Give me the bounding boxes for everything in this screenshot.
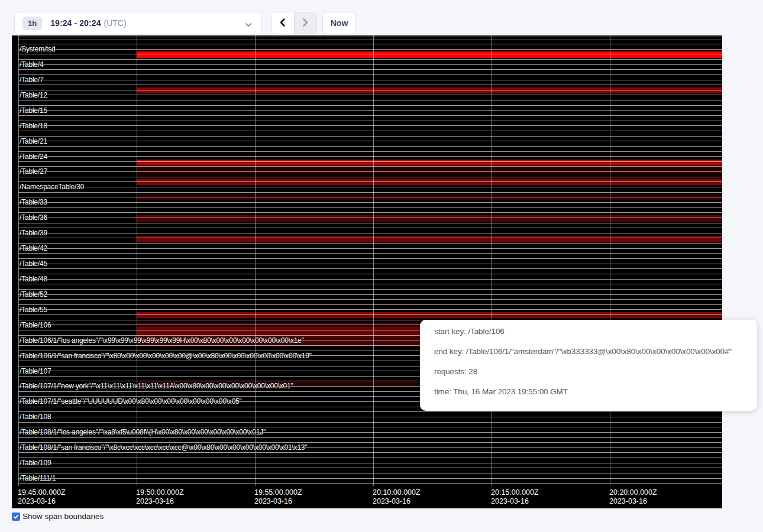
span-boundary-line (18, 192, 722, 193)
chevron-right-icon (301, 18, 309, 29)
span-boundary-line (18, 207, 722, 208)
span-boundary-line (18, 212, 722, 213)
span-boundary-line (18, 314, 722, 315)
range-duration-badge: 1h (22, 17, 42, 30)
heat-band[interactable] (137, 87, 722, 93)
span-boundary-line (18, 223, 722, 223)
tooltip-line: time: Thu, 16 Mar 2023 19:55:00 GMT (434, 388, 757, 396)
span-boundary-line (18, 85, 722, 85)
span-boundary-line (18, 243, 722, 244)
span-boundary-line (18, 161, 722, 162)
range-nav-group (271, 12, 317, 34)
span-boundary-line (18, 437, 722, 438)
show-span-boundaries-checkbox[interactable] (12, 512, 20, 521)
span-boundary-line (18, 274, 722, 274)
row-label: /Table/108 (20, 413, 51, 421)
span-boundary-line (18, 483, 722, 484)
span-boundary-line (18, 473, 722, 473)
row-label: /Table/107 (20, 367, 51, 375)
axis-tick: 19:55:00.000Z2023-03-16 (254, 488, 302, 506)
span-boundary-line (18, 90, 722, 90)
key-visualizer-canvas[interactable]: /System/tsd/Table/4/Table/7/Table/12/Tab… (12, 35, 722, 508)
span-boundary-line (18, 115, 722, 116)
span-boundary-line (18, 95, 722, 95)
axis-tick: 19:45:00.000Z2023-03-16 (18, 488, 66, 506)
span-boundary-line (18, 74, 722, 75)
axis-tick: 19:50:00.000Z2023-03-16 (136, 488, 184, 506)
row-label: /Table/106 (20, 321, 51, 329)
span-boundary-line (18, 299, 722, 300)
span-boundary-line (18, 59, 722, 60)
row-label: /Table/48 (20, 275, 47, 283)
heat-band[interactable] (137, 160, 722, 166)
time-gridline (255, 35, 256, 486)
row-label: /Table/18 (20, 122, 47, 130)
span-boundary-line (18, 264, 722, 264)
prev-range-button[interactable] (271, 12, 294, 34)
span-boundary-line (18, 411, 722, 412)
span-boundary-line (18, 125, 722, 126)
span-boundary-line (18, 136, 722, 137)
span-boundary-line (18, 44, 722, 44)
axis-tick-date: 2023-03-16 (373, 497, 421, 506)
span-boundary-line (18, 294, 722, 295)
now-button[interactable]: Now (322, 12, 356, 34)
axis-tick-date: 2023-03-16 (491, 497, 539, 506)
row-label: /Table/12 (20, 91, 47, 99)
row-label: /Table/107/1/"seattle"/"UUUUUUD\x00\x80\… (20, 397, 242, 406)
span-boundary-line (18, 268, 722, 269)
time-axis: 19:45:00.000Z2023-03-1619:50:00.000Z2023… (12, 486, 722, 508)
axis-tick-date: 2023-03-16 (609, 497, 657, 506)
span-boundary-line (18, 279, 722, 280)
range-text: 19:24 - 20:24 (50, 18, 101, 28)
time-range-selector[interactable]: 1h 19:24 - 20:24 (UTC) (14, 12, 262, 34)
span-boundary-line (18, 248, 722, 249)
span-boundary-line (18, 309, 722, 310)
time-gridline (492, 35, 492, 486)
span-boundary-line (18, 49, 722, 50)
span-boundary-line (18, 238, 722, 238)
span-boundary-line (18, 463, 722, 463)
time-gridline (137, 35, 137, 486)
row-label: /Table/27 (20, 167, 47, 176)
toolbar: 1h 19:24 - 20:24 (UTC) Now (0, 0, 763, 35)
heat-band[interactable] (137, 173, 722, 179)
axis-tick-time: 19:50:00.000Z (136, 488, 184, 497)
span-boundary-line (18, 304, 722, 305)
span-boundary-line (18, 141, 722, 141)
time-gridline (610, 35, 610, 486)
row-label: /Table/55 (20, 306, 47, 314)
show-span-boundaries-label: Show span boundaries (22, 512, 104, 521)
row-label: /System/tsd (20, 45, 55, 53)
row-label: /Table/45 (20, 259, 47, 268)
axis-tick-time: 19:55:00.000Z (254, 488, 302, 497)
span-boundary-line (18, 417, 722, 417)
row-label: /NamespaceTable/30 (20, 183, 84, 191)
span-boundary-line (18, 253, 722, 254)
row-label: /Table/24 (20, 153, 47, 161)
row-label: /Table/7 (20, 76, 43, 84)
row-label: /Table/21 (20, 137, 47, 145)
span-boundary-line (18, 452, 722, 453)
key-visualizer-page: 1h 19:24 - 20:24 (UTC) Now /System/tsd/T… (0, 0, 763, 532)
span-boundary-line (18, 181, 722, 182)
axis-tick: 20:10:00.000Z2023-03-16 (373, 488, 421, 506)
span-boundary-line (18, 422, 722, 423)
row-label: /Table/33 (20, 198, 47, 206)
heat-band[interactable] (137, 215, 722, 222)
span-boundary-line (18, 151, 722, 152)
time-gridline (373, 35, 374, 486)
row-label: /Table/42 (20, 244, 47, 252)
span-boundary-line (18, 146, 722, 147)
row-label: /Table/39 (20, 229, 47, 237)
span-boundary-line (18, 233, 722, 233)
axis-tick-time: 20:15:00.000Z (491, 488, 539, 497)
range-timezone: (UTC) (104, 18, 127, 28)
heat-band[interactable] (137, 236, 722, 242)
span-boundary-line (18, 40, 722, 40)
span-tooltip: start key: /Table/106end key: /Table/106… (420, 320, 757, 411)
next-range-button[interactable] (294, 12, 317, 34)
span-boundary-line (18, 478, 722, 479)
span-boundary-line (18, 54, 722, 54)
chevron-down-icon (245, 20, 252, 31)
